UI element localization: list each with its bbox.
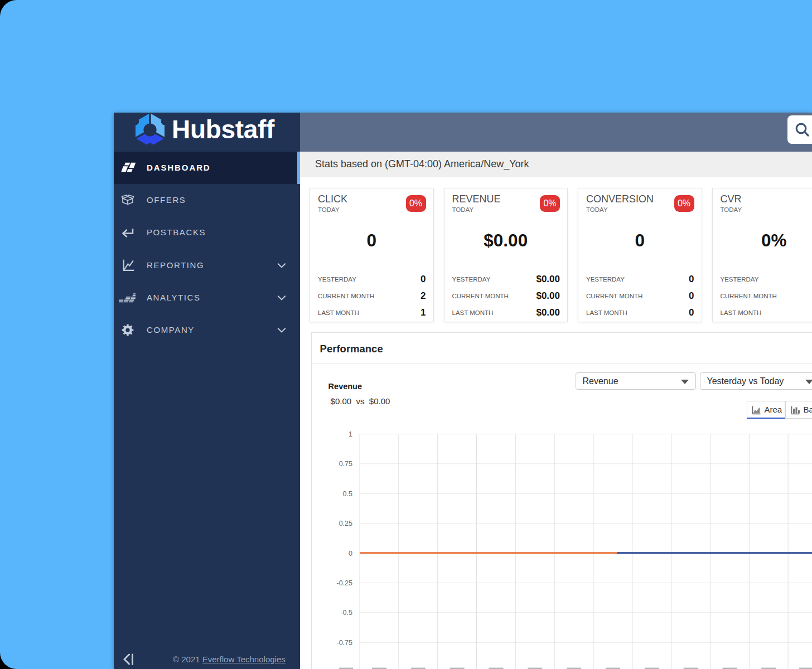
svg-text:0.5: 0.5 (342, 490, 352, 498)
svg-text:-0.75: -0.75 (336, 639, 352, 647)
svg-text:-0.5: -0.5 (340, 609, 352, 617)
svg-text:0: 0 (349, 550, 352, 558)
svg-text:-0.25: -0.25 (336, 579, 352, 587)
svg-text:0.75: 0.75 (339, 460, 352, 468)
svg-text:0.25: 0.25 (339, 520, 352, 527)
svg-text:1: 1 (349, 430, 352, 438)
